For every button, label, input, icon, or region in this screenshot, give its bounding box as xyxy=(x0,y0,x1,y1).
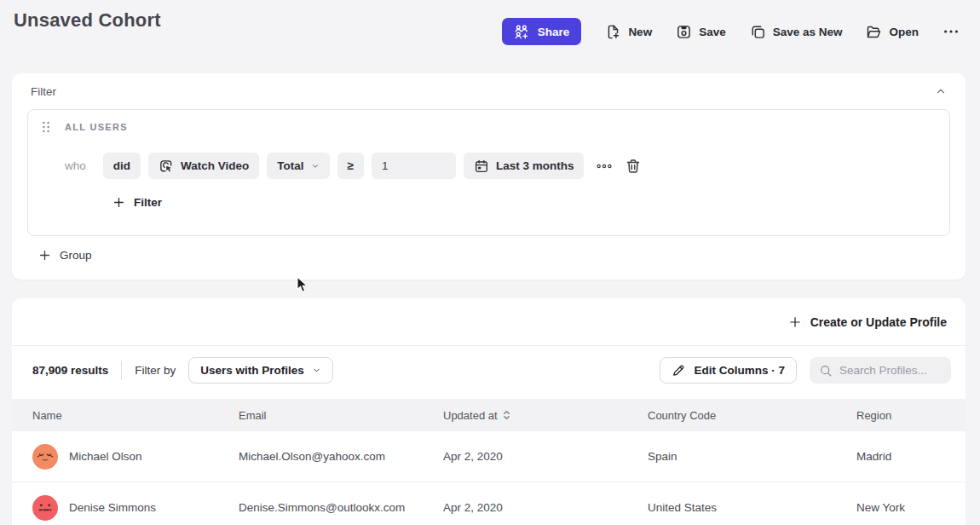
search-icon xyxy=(819,364,833,378)
chevron-up-icon xyxy=(935,85,947,97)
filter-panel-header: Filter xyxy=(12,73,966,109)
save-button[interactable]: Save xyxy=(676,24,726,40)
event-label: Watch Video xyxy=(181,159,249,172)
open-button[interactable]: Open xyxy=(866,24,919,40)
cohort-builder-screen: Unsaved Cohort Share New xyxy=(0,0,980,525)
save-label: Save xyxy=(699,26,726,38)
profiles-filter-label: Users with Profiles xyxy=(200,364,304,377)
more-circles-icon xyxy=(596,158,613,175)
updated-at-label: Updated at xyxy=(443,409,498,422)
divider xyxy=(121,361,122,380)
new-label: New xyxy=(628,26,652,38)
collapse-filter-button[interactable] xyxy=(935,85,947,97)
plus-icon xyxy=(788,315,802,329)
create-or-update-profile-label: Create or Update Profile xyxy=(810,315,947,329)
delete-clause-button[interactable] xyxy=(625,158,642,175)
did-chip[interactable]: did xyxy=(103,153,141,179)
more-options-button[interactable] xyxy=(943,23,960,40)
profile-row[interactable]: Denise Simmons Denise.Simmons@outlookx.c… xyxy=(12,482,966,525)
share-button[interactable]: Share xyxy=(502,18,582,45)
copy-icon xyxy=(750,24,766,40)
add-filter-button[interactable]: Filter xyxy=(112,196,162,209)
share-label: Share xyxy=(538,26,570,38)
new-button[interactable]: New xyxy=(605,24,652,40)
filter-panel-title: Filter xyxy=(31,85,56,98)
who-label: who xyxy=(65,159,86,172)
did-label: did xyxy=(113,159,130,172)
file-plus-icon xyxy=(605,24,621,40)
results-toolbar: 87,909 results Filter by Users with Prof… xyxy=(12,346,966,395)
aggregation-dropdown[interactable]: Total xyxy=(267,153,329,179)
column-header-name[interactable]: Name xyxy=(32,409,239,422)
filter-clause-row: who did Watch Video Total xyxy=(65,153,642,179)
chevron-down-icon xyxy=(312,366,321,375)
profile-email: Denise.Simmons@outlookx.com xyxy=(239,501,443,514)
add-group-label: Group xyxy=(60,249,92,262)
create-or-update-profile-button[interactable]: Create or Update Profile xyxy=(788,315,947,329)
column-header-email[interactable]: Email xyxy=(239,409,443,422)
create-profile-row: Create or Update Profile xyxy=(12,298,966,346)
results-panel: Create or Update Profile 87,909 results … xyxy=(12,298,966,525)
add-group-button[interactable]: Group xyxy=(38,249,92,262)
search-profiles-box xyxy=(810,357,951,384)
profile-email: Michael.Olson@yahoox.com xyxy=(239,450,443,463)
profile-name: Denise Simmons xyxy=(69,501,156,514)
filter-by-label: Filter by xyxy=(135,364,176,377)
pencil-icon xyxy=(672,363,686,378)
threshold-input[interactable] xyxy=(372,153,456,179)
ellipsis-icon xyxy=(943,23,960,40)
operator-label: ≥ xyxy=(348,159,354,172)
page-title: Unsaved Cohort xyxy=(14,9,161,32)
group-label: ALL USERS xyxy=(65,122,128,132)
profile-region: New York xyxy=(856,501,945,514)
filter-panel: Filter ALL USERS who xyxy=(12,73,966,280)
profiles-filter-dropdown[interactable]: Users with Profiles xyxy=(188,357,333,384)
name-cell: Denise Simmons xyxy=(32,495,239,521)
save-as-new-label: Save as New xyxy=(773,26,843,38)
clause-more-button[interactable] xyxy=(596,158,613,175)
profile-name: Michael Olson xyxy=(69,450,142,463)
profile-updated-at: Apr 2, 2020 xyxy=(443,501,648,514)
cohort-group-card: ALL USERS who did Watch Video xyxy=(27,109,950,236)
save-icon xyxy=(676,24,692,40)
column-header-country-code[interactable]: Country Code xyxy=(648,409,856,422)
event-chip[interactable]: Watch Video xyxy=(148,153,259,179)
table-header: Name Email Updated at Country Code Regio… xyxy=(12,399,966,431)
edit-columns-button[interactable]: Edit Columns · 7 xyxy=(660,357,797,384)
profile-country-code: United States xyxy=(648,501,856,514)
name-cell: Michael Olson xyxy=(32,444,239,470)
profile-country-code: Spain xyxy=(648,450,856,463)
trash-icon xyxy=(625,158,642,175)
operator-chip[interactable]: ≥ xyxy=(337,153,364,179)
avatar xyxy=(32,495,58,521)
chevron-down-icon xyxy=(311,162,320,170)
add-users-icon xyxy=(514,24,530,40)
avatar xyxy=(32,444,58,470)
date-range-label: Last 3 months xyxy=(496,159,574,172)
profile-row[interactable]: Michael Olson Michael.Olson@yahoox.com A… xyxy=(12,431,966,482)
search-profiles-input[interactable] xyxy=(839,364,942,377)
sort-icon xyxy=(503,409,510,421)
aggregation-label: Total xyxy=(277,159,303,172)
edit-columns-label: Edit Columns · 7 xyxy=(694,364,785,377)
column-header-updated-at[interactable]: Updated at xyxy=(443,409,648,422)
open-label: Open xyxy=(889,26,919,38)
folder-open-icon xyxy=(866,24,882,40)
save-as-new-button[interactable]: Save as New xyxy=(750,24,843,40)
plus-icon xyxy=(112,196,125,209)
column-header-region[interactable]: Region xyxy=(856,409,945,422)
results-count: 87,909 results xyxy=(32,364,108,377)
click-event-icon xyxy=(159,159,174,174)
date-range-chip[interactable]: Last 3 months xyxy=(464,153,585,179)
profile-region: Madrid xyxy=(856,450,945,463)
plus-icon xyxy=(38,249,51,262)
profile-updated-at: Apr 2, 2020 xyxy=(443,450,648,463)
calendar-icon xyxy=(474,159,489,174)
add-filter-label: Filter xyxy=(134,196,162,209)
drag-handle-icon[interactable] xyxy=(42,121,50,133)
group-header: ALL USERS xyxy=(42,121,128,133)
toolbar: Share New Save xyxy=(502,18,960,45)
